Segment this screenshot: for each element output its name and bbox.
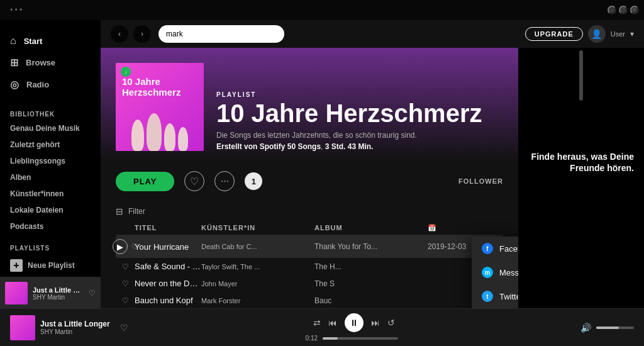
sidebar-link-lieblings[interactable]: Lieblingssongs: [0, 153, 101, 169]
track-album: The H...: [314, 262, 428, 271]
new-playlist-button[interactable]: + Neue Playlist: [0, 254, 101, 277]
progress-bar[interactable]: [323, 337, 398, 340]
sidebar-section-playlists: PLAYLISTS: [0, 235, 101, 254]
follower-label: FOLLOWER: [458, 177, 503, 185]
share-twitter[interactable]: t Twitter: [472, 284, 518, 308]
row-controls: ♡: [116, 296, 135, 305]
minimize-button[interactable]: −: [608, 6, 616, 14]
user-avatar[interactable]: 👤: [588, 25, 606, 43]
spotify-logo: ♪: [121, 67, 131, 77]
player-heart-button[interactable]: ♡: [120, 323, 128, 333]
track-artist: Mark Forster: [201, 297, 314, 304]
filter-icon: ⊟: [116, 206, 123, 216]
now-playing-artist: SHY Martin: [33, 294, 84, 301]
filter-row: ⊟ Filter: [116, 201, 503, 221]
sidebar-section-bibliothek: BIBLIOTHEK: [0, 101, 101, 120]
track-table: ⊟ Filter TITEL KÜNSTLER*IN ALBUM 📅: [101, 201, 518, 308]
table-row[interactable]: ♡ Never on the Day You Leave John Mayer …: [116, 275, 503, 292]
sidebar-link-alben[interactable]: Alben: [0, 169, 101, 186]
row-heart-icon[interactable]: ♡: [122, 296, 129, 305]
time-current: 0:12: [306, 335, 318, 342]
row-heart-icon[interactable]: ♡: [122, 262, 129, 271]
track-name-col: Bauch und Kopf: [135, 296, 201, 305]
upgrade-button[interactable]: UPGRADE: [525, 27, 583, 41]
now-playing-bar[interactable]: Just a Little Longer SHY Martin ♡: [0, 277, 101, 308]
playlist-type-label: PLAYLIST: [216, 91, 503, 98]
browse-icon: ⊞: [10, 57, 18, 69]
player-track-title: Just a Little Longer: [40, 320, 110, 328]
more-options-button[interactable]: ···: [214, 171, 235, 191]
sidebar-link-genau[interactable]: Genau Deine Musik: [0, 120, 101, 137]
sidebar-nav: ⌂ Start ⊞ Browse ◎ Radio: [0, 20, 101, 101]
creator-name: Spotify: [260, 142, 286, 151]
content-area: ‹ › UPGRADE 👤 User ▾: [101, 20, 644, 308]
action-bar: PLAY ♡ ··· 1 FOLLOWER: [101, 161, 518, 201]
share-facebook[interactable]: f Facebook: [472, 237, 518, 260]
sidebar-link-podcasts[interactable]: Podcasts: [0, 218, 101, 235]
dropdown-arrow-icon[interactable]: ▾: [630, 30, 634, 38]
search-input[interactable]: [158, 25, 284, 43]
sidebar-item-radio[interactable]: ◎ Radio: [5, 74, 96, 96]
back-button[interactable]: ‹: [111, 25, 128, 43]
vase-decoration: [116, 101, 204, 151]
table-header: TITEL KÜNSTLER*IN ALBUM 📅: [116, 221, 503, 235]
created-by-label: Erstellt von: [216, 142, 257, 151]
play-button[interactable]: PLAY: [116, 172, 174, 191]
messenger-icon: m: [482, 267, 493, 278]
top-nav-right: UPGRADE 👤 User ▾: [525, 25, 634, 43]
playlist-cover: ♪ 10 JahreHerzschmerz: [116, 63, 204, 151]
main-scroll-area[interactable]: ♪ 10 JahreHerzschmerz PLAYLIST: [101, 48, 518, 308]
now-playing-info: Just a Little Longer SHY Martin: [33, 286, 84, 301]
row-heart-icon[interactable]: ♡: [122, 279, 129, 288]
close-button[interactable]: ✕: [630, 6, 639, 14]
share-messenger[interactable]: m Messenger: [472, 260, 518, 284]
repeat-button[interactable]: ↺: [387, 318, 395, 328]
heart-sidebar-icon[interactable]: ♡: [89, 289, 96, 298]
next-button[interactable]: ⏭: [371, 318, 380, 328]
scrollbar[interactable]: [579, 50, 583, 101]
col-artist: KÜNSTLER*IN: [201, 224, 314, 232]
table-row[interactable]: ♡ Bauch und Kopf Mark Forster Bauc ···: [116, 292, 503, 308]
radio-icon: ◎: [10, 79, 19, 91]
twitter-icon: t: [482, 291, 493, 302]
playlist-description: Die Songs des letzten Jahrzehnts, die so…: [216, 131, 503, 140]
sidebar-item-radio-label: Radio: [26, 80, 49, 89]
player-track-info: Just a Little Longer SHY Martin: [40, 320, 110, 335]
now-playing-title: Just a Little Longer: [33, 286, 84, 294]
shuffle-button[interactable]: ⇄: [313, 318, 321, 328]
previous-button[interactable]: ⏮: [328, 318, 337, 328]
song-count: 50 Songs: [287, 142, 321, 151]
username-label: User: [611, 30, 625, 38]
player-controls: ⇄ ⏮ ⏸ ⏭ ↺: [313, 313, 395, 332]
volume-bar[interactable]: [596, 326, 634, 329]
table-row[interactable]: ♡ Safe & Sound - from The Hunger Games .…: [116, 258, 503, 275]
twitter-label: Twitter: [499, 292, 518, 301]
sidebar-item-browse[interactable]: ⊞ Browse: [5, 52, 96, 74]
messenger-label: Messenger: [499, 268, 518, 277]
table-row[interactable]: ▶ ♡ Your Hurricane Death Cab for C... Th…: [116, 235, 503, 258]
sidebar-link-lokal[interactable]: Lokale Dateien: [0, 202, 101, 218]
row-controls: ♡: [116, 262, 135, 271]
player-play-button[interactable]: ⏸: [345, 313, 364, 332]
new-playlist-label: Neue Playlist: [28, 261, 75, 270]
playlist-header: ♪ 10 JahreHerzschmerz PLAYLIST: [101, 48, 518, 161]
filter-label: Filter: [128, 207, 145, 216]
track-name: Your Hurricane: [135, 242, 189, 252]
facebook-icon: f: [482, 243, 493, 254]
maximize-button[interactable]: □: [619, 6, 628, 14]
sidebar-link-zuletzt[interactable]: Zuletzt gehört: [0, 137, 101, 153]
row-controls: ♡: [116, 279, 135, 288]
like-button[interactable]: ♡: [184, 171, 204, 191]
track-artist: Death Cab for C...: [201, 243, 314, 250]
sidebar-link-künstler[interactable]: Künstler*innen: [0, 186, 101, 202]
track-name: Safe & Sound - from The Hunger Games ...: [135, 262, 201, 271]
track-name-col: Your Hurricane: [135, 242, 201, 252]
duration: 3 Std. 43 Min.: [325, 142, 374, 151]
sidebar-item-start[interactable]: ⌂ Start: [5, 30, 96, 52]
forward-button[interactable]: ›: [133, 25, 151, 43]
sidebar-item-browse-label: Browse: [26, 58, 55, 67]
track-album: Bauc: [314, 296, 428, 305]
track-name-col: Safe & Sound - from The Hunger Games ...: [135, 262, 201, 271]
now-playing-thumb: [5, 282, 28, 304]
row-play-button[interactable]: ▶: [113, 239, 128, 254]
